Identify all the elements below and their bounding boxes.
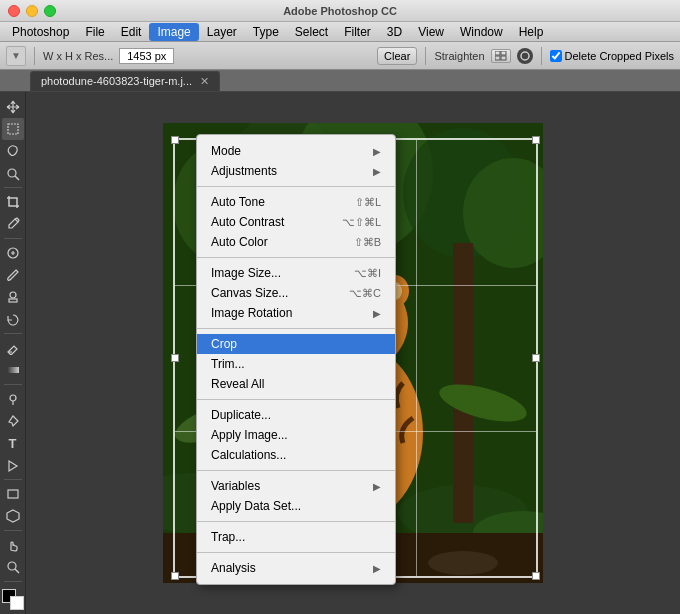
tool-move[interactable]: [2, 96, 24, 117]
menu-item-photoshop[interactable]: Photoshop: [4, 23, 77, 41]
menu-item-trap[interactable]: Trap...: [197, 527, 395, 547]
tool-eraser[interactable]: [2, 337, 24, 358]
tool-rectangle[interactable]: [2, 483, 24, 504]
menu-item-variables[interactable]: Variables ▶: [197, 476, 395, 496]
tool-gradient[interactable]: [2, 360, 24, 381]
tool-sep-6: [4, 530, 22, 531]
reveal-all-label: Reveal All: [211, 377, 381, 391]
tool-crop[interactable]: [2, 191, 24, 212]
menu-item-file[interactable]: File: [77, 23, 112, 41]
svg-rect-9: [9, 299, 17, 302]
tool-hand[interactable]: [2, 534, 24, 555]
menu-section-7: Trap...: [197, 525, 395, 549]
delete-cropped-label: Delete Cropped Pixels: [565, 50, 674, 62]
menu-divider-3: [197, 328, 395, 329]
image-rotation-label: Image Rotation: [211, 306, 373, 320]
menu-item-select[interactable]: Select: [287, 23, 336, 41]
grid-icon[interactable]: [491, 49, 511, 63]
menu-item-analysis[interactable]: Analysis ▶: [197, 558, 395, 578]
calculations-label: Calculations...: [211, 448, 381, 462]
auto-contrast-shortcut: ⌥⇧⌘L: [342, 216, 381, 229]
analysis-label: Analysis: [211, 561, 373, 575]
menu-section-2: Auto Tone ⇧⌘L Auto Contrast ⌥⇧⌘L Auto Co…: [197, 190, 395, 254]
menu-item-3d[interactable]: 3D: [379, 23, 410, 41]
tool-rectangle-select[interactable]: [2, 118, 24, 139]
color-swatches[interactable]: [2, 589, 24, 610]
adjustments-arrow-icon: ▶: [373, 166, 381, 177]
crop-handle-tl[interactable]: [171, 136, 179, 144]
menu-item-duplicate[interactable]: Duplicate...: [197, 405, 395, 425]
background-color[interactable]: [10, 596, 24, 610]
menu-item-layer[interactable]: Layer: [199, 23, 245, 41]
analysis-arrow-icon: ▶: [373, 563, 381, 574]
menu-item-type[interactable]: Type: [245, 23, 287, 41]
document-tab[interactable]: photodune-4603823-tiger-m.j... ✕: [30, 71, 220, 91]
dimension-value[interactable]: 1453 px: [119, 48, 174, 64]
tab-close-icon[interactable]: ✕: [200, 75, 209, 88]
close-button[interactable]: [8, 5, 20, 17]
menu-item-help[interactable]: Help: [511, 23, 552, 41]
tool-brush[interactable]: [2, 264, 24, 285]
menu-item-reveal-all[interactable]: Reveal All: [197, 374, 395, 394]
svg-line-15: [15, 569, 19, 573]
menu-item-image[interactable]: Image: [149, 23, 198, 41]
menu-item-auto-color[interactable]: Auto Color ⇧⌘B: [197, 232, 395, 252]
menu-item-trim[interactable]: Trim...: [197, 354, 395, 374]
apply-data-set-label: Apply Data Set...: [211, 499, 381, 513]
menu-item-apply-data-set[interactable]: Apply Data Set...: [197, 496, 395, 516]
mode-arrow-icon: ▶: [373, 146, 381, 157]
menu-item-calculations[interactable]: Calculations...: [197, 445, 395, 465]
svg-point-11: [10, 395, 16, 401]
menu-item-filter[interactable]: Filter: [336, 23, 379, 41]
tool-eyedropper[interactable]: [2, 214, 24, 235]
crop-handle-ml[interactable]: [171, 354, 179, 362]
tool-history-brush[interactable]: [2, 309, 24, 330]
svg-rect-10: [7, 367, 19, 373]
tool-preset-picker[interactable]: ▼: [6, 46, 26, 66]
menu-section-4: Crop Trim... Reveal All: [197, 332, 395, 396]
tool-text[interactable]: T: [2, 433, 24, 454]
auto-tone-shortcut: ⇧⌘L: [355, 196, 381, 209]
maximize-button[interactable]: [44, 5, 56, 17]
delete-cropped-checkbox[interactable]: [550, 50, 562, 62]
crop-handle-bl[interactable]: [171, 572, 179, 580]
tool-dodge[interactable]: [2, 388, 24, 409]
tool-zoom[interactable]: [2, 556, 24, 577]
menu-item-auto-tone[interactable]: Auto Tone ⇧⌘L: [197, 192, 395, 212]
menu-item-image-rotation[interactable]: Image Rotation ▶: [197, 303, 395, 323]
crop-handle-tr[interactable]: [532, 136, 540, 144]
menu-item-mode[interactable]: Mode ▶: [197, 141, 395, 161]
clear-button[interactable]: Clear: [377, 47, 417, 65]
tool-stamp[interactable]: [2, 287, 24, 308]
menu-item-adjustments[interactable]: Adjustments ▶: [197, 161, 395, 181]
straighten-label: Straighten: [434, 50, 484, 62]
crop-handle-mr[interactable]: [532, 354, 540, 362]
menu-divider-6: [197, 521, 395, 522]
svg-rect-0: [495, 51, 500, 55]
tool-path-select[interactable]: [2, 455, 24, 476]
options-divider-1: [34, 47, 35, 65]
tool-pen[interactable]: [2, 410, 24, 431]
menu-item-apply-image[interactable]: Apply Image...: [197, 425, 395, 445]
menu-item-crop[interactable]: Crop: [197, 334, 395, 354]
menu-divider-5: [197, 470, 395, 471]
settings-icon[interactable]: [517, 48, 533, 64]
tool-lasso[interactable]: [2, 141, 24, 162]
minimize-button[interactable]: [26, 5, 38, 17]
tool-spot-heal[interactable]: [2, 242, 24, 263]
tool-sep-5: [4, 479, 22, 480]
menu-item-canvas-size[interactable]: Canvas Size... ⌥⌘C: [197, 283, 395, 303]
tool-quick-select[interactable]: [2, 163, 24, 184]
crop-handle-br[interactable]: [532, 572, 540, 580]
menu-item-window[interactable]: Window: [452, 23, 511, 41]
tool-3d[interactable]: [2, 506, 24, 527]
menu-item-image-size[interactable]: Image Size... ⌥⌘I: [197, 263, 395, 283]
menu-item-edit[interactable]: Edit: [113, 23, 150, 41]
traffic-lights[interactable]: [8, 5, 56, 17]
menu-section-3: Image Size... ⌥⌘I Canvas Size... ⌥⌘C Ima…: [197, 261, 395, 325]
menu-item-view[interactable]: View: [410, 23, 452, 41]
menu-bar: Photoshop File Edit Image Layer Type Sel…: [0, 22, 680, 42]
menu-item-auto-contrast[interactable]: Auto Contrast ⌥⇧⌘L: [197, 212, 395, 232]
tool-sep-7: [4, 581, 22, 582]
apply-image-label: Apply Image...: [211, 428, 381, 442]
